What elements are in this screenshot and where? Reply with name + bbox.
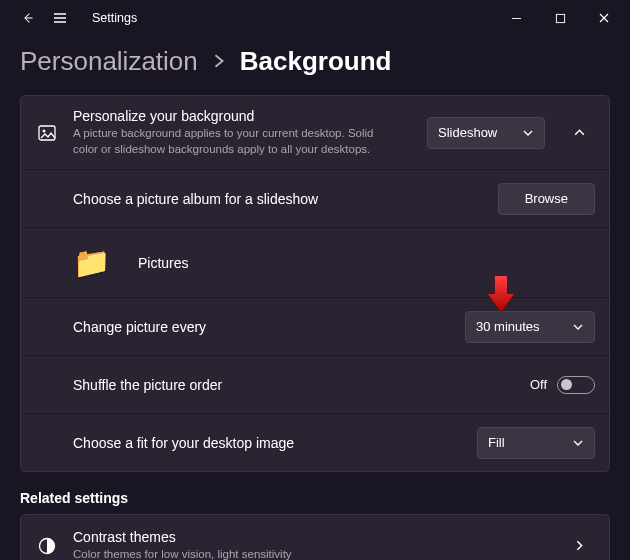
panel-header[interactable]: Personalize your background A picture ba…: [21, 96, 609, 169]
back-button[interactable]: [18, 8, 38, 28]
shuffle-label: Shuffle the picture order: [73, 377, 518, 393]
chevron-down-icon: [572, 437, 584, 449]
interval-label: Change picture every: [73, 319, 453, 335]
browse-button[interactable]: Browse: [498, 183, 595, 215]
interval-select[interactable]: 30 minutes: [465, 311, 595, 343]
window-title: Settings: [92, 11, 137, 25]
minimize-button[interactable]: [494, 2, 538, 34]
chevron-right-icon: [212, 50, 226, 73]
album-label: Choose a picture album for a slideshow: [73, 191, 486, 207]
select-value: Slideshow: [438, 125, 497, 140]
menu-icon[interactable]: [50, 8, 70, 28]
fit-row: Choose a fit for your desktop image Fill: [21, 413, 609, 471]
contrast-themes-row[interactable]: Contrast themes Color themes for low vis…: [20, 514, 610, 560]
chevron-down-icon: [522, 127, 534, 139]
panel-title: Personalize your background: [73, 108, 413, 124]
chevron-down-icon: [572, 321, 584, 333]
breadcrumb-current: Background: [240, 46, 392, 77]
fit-label: Choose a fit for your desktop image: [73, 435, 465, 451]
select-value: Fill: [488, 435, 505, 450]
chevron-right-icon: [563, 539, 595, 552]
folder-icon: 📁: [73, 248, 110, 278]
toggle-state: Off: [530, 377, 547, 392]
chevron-up-icon: [573, 126, 586, 139]
related-heading: Related settings: [20, 490, 610, 506]
panel-description: A picture background applies to your cur…: [73, 126, 393, 157]
background-panel: Personalize your background A picture ba…: [20, 95, 610, 472]
svg-rect-0: [556, 14, 564, 22]
contrast-desc: Color themes for low vision, light sensi…: [73, 547, 393, 560]
shuffle-row: Shuffle the picture order Off: [21, 355, 609, 413]
maximize-button[interactable]: [538, 2, 582, 34]
select-value: 30 minutes: [476, 319, 540, 334]
folder-row[interactable]: 📁 Pictures: [21, 227, 609, 297]
breadcrumb: Personalization Background: [0, 36, 630, 95]
picture-icon: [35, 123, 59, 143]
album-row: Choose a picture album for a slideshow B…: [21, 169, 609, 227]
breadcrumb-parent[interactable]: Personalization: [20, 46, 198, 77]
collapse-button[interactable]: [563, 126, 595, 139]
background-type-select[interactable]: Slideshow: [427, 117, 545, 149]
fit-select[interactable]: Fill: [477, 427, 595, 459]
shuffle-toggle[interactable]: [557, 376, 595, 394]
titlebar: Settings: [0, 0, 630, 36]
folder-name: Pictures: [138, 255, 189, 271]
svg-point-2: [43, 129, 46, 132]
contrast-icon: [35, 536, 59, 556]
contrast-title: Contrast themes: [73, 529, 545, 545]
close-button[interactable]: [582, 2, 626, 34]
interval-row: Change picture every 30 minutes: [21, 297, 609, 355]
